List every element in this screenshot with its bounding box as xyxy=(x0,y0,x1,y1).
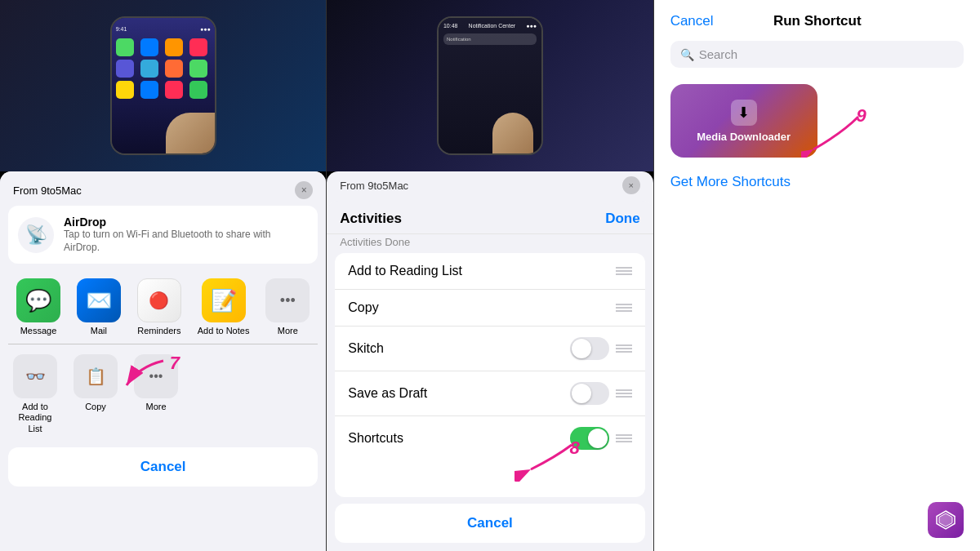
app-item-message[interactable]: 💬 Message xyxy=(16,278,60,335)
shortcuts-icon-glyph xyxy=(928,502,964,538)
run-shortcut-title: Run Shortcut xyxy=(773,13,862,29)
airdrop-icon: 📡 xyxy=(18,217,54,253)
svg-marker-4 xyxy=(939,513,952,527)
activity-row-skitch[interactable]: Skitch xyxy=(335,327,644,371)
app-item-notes[interactable]: 📝 Add to Notes xyxy=(198,278,250,335)
action-reading-list[interactable]: 👓 Add to Reading List xyxy=(13,354,57,434)
activities-title: Activities xyxy=(340,211,402,227)
activity-right-save-draft xyxy=(570,382,632,405)
more-top-label: More xyxy=(278,326,298,335)
media-downloader-name: Media Downloader xyxy=(697,131,791,143)
search-icon: 🔍 xyxy=(680,48,694,61)
app-icons-row: 💬 Message ✉️ Mail 🔴 Reminders 📝 Add to N… xyxy=(0,270,326,340)
separator xyxy=(8,344,318,344)
middle-panel: 10:48 Notification Center ●●● Notificati… xyxy=(327,0,653,551)
action-copy[interactable]: 📋 Copy xyxy=(74,354,118,434)
copy-icon: 📋 xyxy=(74,354,118,398)
media-downloader-icon: ⬇ xyxy=(731,100,757,126)
step-9-label: 9 xyxy=(856,105,866,127)
middle-close-button[interactable]: × xyxy=(622,176,640,194)
activity-name-copy: Copy xyxy=(348,300,378,315)
right-header: Cancel Run Shortcut xyxy=(670,13,964,29)
left-phone-screen: 9:41●●● xyxy=(112,18,215,153)
activity-name-save-draft: Save as Draft xyxy=(348,386,427,401)
left-cancel-button[interactable]: Cancel xyxy=(8,447,318,487)
skitch-toggle[interactable] xyxy=(570,337,609,360)
more-dots-icon-2: ••• xyxy=(134,354,178,398)
activity-right-shortcuts xyxy=(570,427,632,450)
activities-sheet: From 9to5Mac × Activities Done Activitie… xyxy=(327,171,653,551)
app-item-more-top[interactable]: ••• More xyxy=(265,278,310,335)
reading-list-label: Add to Reading List xyxy=(13,402,57,434)
activity-right-copy xyxy=(616,304,632,312)
shortcuts-toggle[interactable] xyxy=(570,427,609,450)
middle-source-header: From 9to5Mac × xyxy=(327,171,653,201)
activities-done-label: Activities Done xyxy=(327,234,653,253)
action-icons-row: 👓 Add to Reading List 📋 Copy ••• More xyxy=(0,348,326,442)
get-more-shortcuts-link[interactable]: Get More Shortcuts xyxy=(670,174,964,190)
messages-label: Message xyxy=(20,326,57,335)
drag-handle-skitch xyxy=(616,344,632,353)
messages-icon: 💬 xyxy=(16,278,60,322)
left-source-label: From 9to5Mac xyxy=(13,184,82,197)
app-item-mail[interactable]: ✉️ Mail xyxy=(77,278,121,335)
left-phone-mockup: 9:41●●● xyxy=(110,16,216,155)
airdrop-title: AirDrop xyxy=(64,216,308,229)
action-more[interactable]: ••• More xyxy=(134,354,178,434)
shortcuts-toggle-knob xyxy=(588,429,608,448)
shortcuts-app-icon xyxy=(928,502,964,538)
shortcut-card-wrapper: ⬇ Media Downloader xyxy=(670,84,817,161)
left-close-button[interactable]: × xyxy=(295,181,313,199)
left-phone-image: 9:41●●● xyxy=(0,0,326,171)
activity-row-save-draft[interactable]: Save as Draft xyxy=(335,371,644,416)
search-placeholder: Search xyxy=(699,47,738,61)
activity-right-skitch xyxy=(570,337,632,360)
right-phone-mockup: 10:48 Notification Center ●●● Notificati… xyxy=(437,16,543,155)
activities-header: Activities Done xyxy=(327,201,653,234)
activities-list: Add to Reading List Copy xyxy=(335,253,644,497)
activity-row-copy[interactable]: Copy xyxy=(335,290,644,327)
activity-name-skitch: Skitch xyxy=(348,341,384,356)
drag-handle-shortcuts xyxy=(616,434,632,442)
mail-label: Mail xyxy=(91,326,107,335)
drag-handle-save-draft xyxy=(616,389,632,398)
save-draft-toggle[interactable] xyxy=(570,382,609,405)
left-share-sheet: From 9to5Mac × 📡 AirDrop Tap to turn on … xyxy=(0,171,326,551)
right-content-area: ⬇ Media Downloader 9 Get More Shortcuts xyxy=(670,84,964,538)
search-bar[interactable]: 🔍 Search xyxy=(670,41,964,68)
right-panel: Cancel Run Shortcut 🔍 Search ⬇ Media Dow… xyxy=(654,0,980,551)
phone-status-bar: 10:48 Notification Center ●●● xyxy=(443,21,537,30)
reminders-icon: 🔴 xyxy=(137,278,181,322)
activities-done-button[interactable]: Done xyxy=(605,211,640,227)
middle-source-label: From 9to5Mac xyxy=(340,180,408,192)
mail-icon: ✉️ xyxy=(77,278,121,322)
drag-handle-copy xyxy=(616,304,632,312)
right-phone-screen: 10:48 Notification Center ●●● Notificati… xyxy=(439,18,541,153)
airdrop-section[interactable]: 📡 AirDrop Tap to turn on Wi-Fi and Bluet… xyxy=(8,206,318,264)
right-cancel-button[interactable]: Cancel xyxy=(670,13,714,29)
notes-label: Add to Notes xyxy=(198,326,250,335)
more-dots-icon: ••• xyxy=(265,278,310,322)
skitch-toggle-knob xyxy=(572,339,591,358)
middle-cancel-button[interactable]: Cancel xyxy=(335,504,644,543)
activity-row-shortcuts[interactable]: Shortcuts xyxy=(335,416,644,460)
reading-list-icon: 👓 xyxy=(13,354,57,398)
notes-icon: 📝 xyxy=(202,278,246,322)
left-panel: 9:41●●● xyxy=(0,0,326,551)
activity-right-reading-list xyxy=(616,267,632,275)
right-phone-image: 10:48 Notification Center ●●● Notificati… xyxy=(327,0,653,171)
airdrop-description: Tap to turn on Wi-Fi and Bluetooth to sh… xyxy=(64,229,308,254)
more-bottom-label: More xyxy=(145,402,166,411)
app-item-reminders[interactable]: 🔴 Reminders xyxy=(137,278,181,335)
copy-label: Copy xyxy=(85,402,106,411)
media-downloader-card[interactable]: ⬇ Media Downloader xyxy=(670,84,817,158)
left-share-header: From 9to5Mac × xyxy=(0,171,326,206)
activity-name-reading-list: Add to Reading List xyxy=(348,264,462,278)
activity-row-reading-list[interactable]: Add to Reading List xyxy=(335,253,644,290)
phone-notification: Notification xyxy=(443,33,537,45)
reminders-label: Reminders xyxy=(137,326,180,335)
drag-handle-reading-list xyxy=(616,267,632,275)
airdrop-text: AirDrop Tap to turn on Wi-Fi and Bluetoo… xyxy=(64,216,308,254)
save-draft-toggle-knob xyxy=(572,384,591,403)
activity-name-shortcuts: Shortcuts xyxy=(348,431,403,446)
